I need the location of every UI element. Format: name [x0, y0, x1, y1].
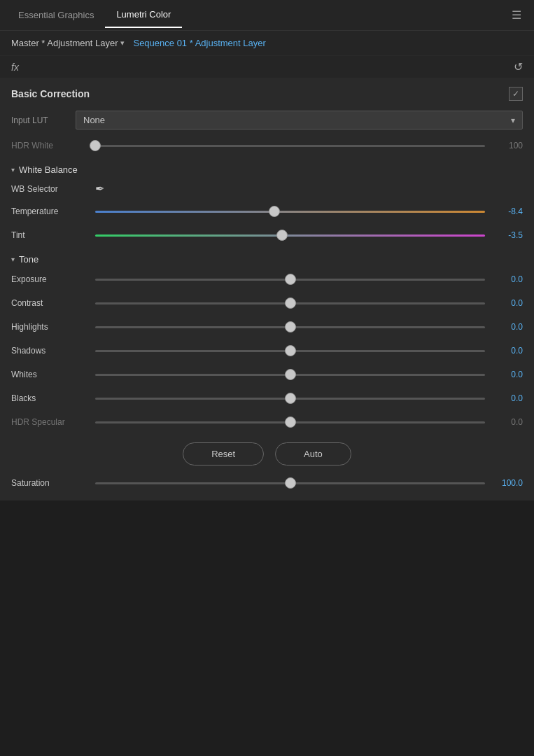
- blacks-track: [95, 398, 485, 400]
- exposure-label: Exposure: [11, 274, 88, 284]
- tint-value: -3.5: [492, 230, 523, 240]
- hdr-white-slider[interactable]: [95, 139, 485, 153]
- lut-chevron-icon: ▾: [511, 115, 515, 125]
- temperature-value: -8.4: [492, 206, 523, 216]
- blacks-row: Blacks 0.0: [11, 386, 523, 410]
- hdr-white-row: HDR White 100: [11, 134, 523, 158]
- saturation-label: Saturation: [11, 478, 88, 488]
- basic-correction-title: Basic Correction: [11, 88, 90, 99]
- exposure-thumb[interactable]: [285, 274, 296, 285]
- contrast-thumb[interactable]: [285, 298, 296, 309]
- hdr-specular-thumb[interactable]: [285, 416, 296, 428]
- shadows-thumb[interactable]: [285, 345, 296, 356]
- hdr-specular-track: [95, 421, 485, 424]
- tone-header[interactable]: ▾ Tone: [11, 247, 523, 267]
- whites-label: Whites: [11, 370, 88, 379]
- contrast-track: [95, 302, 485, 304]
- exposure-row: Exposure 0.0: [11, 267, 523, 291]
- whites-value: 0.0: [492, 370, 523, 379]
- blacks-value: 0.0: [492, 393, 523, 403]
- temperature-thumb[interactable]: [269, 206, 280, 217]
- tint-row: Tint -3.5: [11, 223, 523, 247]
- saturation-slider[interactable]: [95, 476, 485, 490]
- hdr-specular-label: HDR Specular: [11, 417, 88, 427]
- contrast-slider[interactable]: [95, 296, 485, 310]
- hdr-specular-value: 0.0: [492, 417, 523, 427]
- wb-selector-row: WB Selector ✒: [11, 178, 523, 200]
- white-balance-header[interactable]: ▾ White Balance: [11, 158, 523, 178]
- layer-chevron-icon: ▾: [120, 38, 125, 48]
- saturation-value: 100.0: [492, 478, 523, 488]
- hdr-specular-slider[interactable]: [95, 415, 485, 429]
- white-balance-title: White Balance: [19, 164, 78, 175]
- whites-slider[interactable]: [95, 368, 485, 382]
- shadows-track: [95, 350, 485, 352]
- white-balance-chevron-icon: ▾: [11, 166, 15, 174]
- eyedropper-icon[interactable]: ✒: [95, 182, 104, 195]
- layer-name-label: Master * Adjustment Layer: [11, 38, 118, 48]
- whites-row: Whites 0.0: [11, 363, 523, 386]
- input-lut-row: Input LUT None ▾: [11, 106, 523, 134]
- temperature-label: Temperature: [11, 206, 88, 216]
- button-row: Reset Auto: [11, 434, 523, 471]
- tab-menu-button[interactable]: ☰: [506, 6, 527, 24]
- sequence-link[interactable]: Sequence 01 * Adjustment Layer: [133, 38, 265, 48]
- blacks-slider[interactable]: [95, 391, 485, 405]
- reset-button[interactable]: Reset: [183, 442, 264, 465]
- temperature-row: Temperature -8.4: [11, 200, 523, 223]
- highlights-slider[interactable]: [95, 320, 485, 334]
- tone-chevron-icon: ▾: [11, 255, 15, 263]
- basic-correction-section: Basic Correction ✓ Input LUT None ▾ HDR …: [0, 78, 534, 500]
- input-lut-label: Input LUT: [11, 115, 67, 125]
- tone-title: Tone: [19, 254, 38, 265]
- contrast-value: 0.0: [492, 298, 523, 308]
- exposure-track: [95, 279, 485, 281]
- exposure-value: 0.0: [492, 274, 523, 284]
- highlights-label: Highlights: [11, 322, 88, 332]
- contrast-label: Contrast: [11, 298, 88, 308]
- shadows-value: 0.0: [492, 346, 523, 356]
- highlights-thumb[interactable]: [285, 321, 296, 332]
- reset-icon[interactable]: ↺: [514, 60, 523, 74]
- saturation-row: Saturation 100.0: [11, 471, 523, 495]
- hdr-white-label: HDR White: [11, 141, 88, 150]
- hdr-specular-row: HDR Specular 0.0: [11, 410, 523, 434]
- basic-correction-header: Basic Correction ✓: [11, 78, 523, 106]
- highlights-track: [95, 326, 485, 328]
- tab-lumetri-color[interactable]: Lumetri Color: [105, 2, 182, 28]
- blacks-thumb[interactable]: [285, 393, 296, 404]
- temperature-slider[interactable]: [95, 204, 485, 218]
- tint-slider[interactable]: [95, 228, 485, 242]
- whites-thumb[interactable]: [285, 369, 296, 380]
- saturation-thumb[interactable]: [285, 477, 296, 489]
- tab-bar: Essential Graphics Lumetri Color ☰: [0, 0, 534, 31]
- wb-selector-label: WB Selector: [11, 184, 88, 194]
- highlights-value: 0.0: [492, 322, 523, 332]
- whites-track: [95, 374, 485, 376]
- shadows-label: Shadows: [11, 346, 88, 356]
- tab-essential-graphics[interactable]: Essential Graphics: [7, 3, 105, 27]
- tint-label: Tint: [11, 230, 88, 240]
- input-lut-select[interactable]: None ▾: [76, 111, 523, 130]
- hdr-white-thumb[interactable]: [90, 140, 101, 151]
- blacks-label: Blacks: [11, 393, 88, 403]
- fx-label: fx: [11, 62, 19, 73]
- tint-thumb[interactable]: [276, 230, 288, 241]
- highlights-row: Highlights 0.0: [11, 315, 523, 339]
- hdr-white-track: [95, 145, 485, 147]
- fx-row: fx ↺: [0, 56, 534, 78]
- contrast-row: Contrast 0.0: [11, 291, 523, 315]
- hdr-white-value: 100: [492, 141, 523, 150]
- basic-correction-checkbox[interactable]: ✓: [509, 87, 523, 101]
- saturation-track: [95, 482, 485, 484]
- exposure-slider[interactable]: [95, 272, 485, 286]
- header-row: Master * Adjustment Layer ▾ Sequence 01 …: [0, 31, 534, 56]
- shadows-row: Shadows 0.0: [11, 339, 523, 363]
- tint-track: [95, 234, 485, 237]
- shadows-slider[interactable]: [95, 344, 485, 358]
- temperature-track: [95, 211, 485, 213]
- auto-button[interactable]: Auto: [275, 442, 351, 465]
- layer-selector[interactable]: Master * Adjustment Layer ▾: [11, 38, 125, 48]
- lut-selected-value: None: [83, 115, 105, 125]
